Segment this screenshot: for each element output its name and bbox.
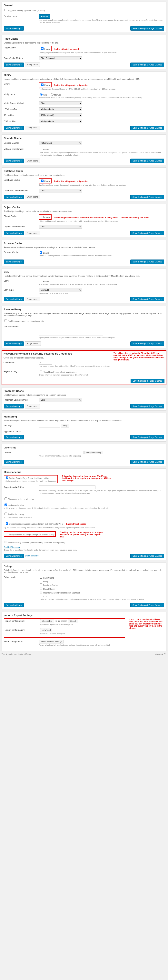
save-purge-button[interactable]: Save Settings & Purge Caches [130, 341, 164, 346]
debug-database[interactable]: Database Cache [39, 584, 58, 586]
html-minifier[interactable]: Minify (default) [39, 107, 82, 111]
save-all-button[interactable]: Save all settings [4, 62, 24, 67]
cdn-section: CDN Host static files with your content … [2, 268, 166, 304]
empty-cache-button[interactable]: Empty cache [25, 159, 40, 163]
enable-pagespeed-widget[interactable]: Enable Google Page Speed dashboard widge… [5, 477, 49, 479]
save-all-button[interactable]: Save all settings [4, 341, 24, 346]
verify-license-button[interactable]: Verify license key [84, 450, 103, 454]
js-minifier[interactable]: JSMin (default) [39, 113, 82, 117]
show-rating-checkbox[interactable]: Show page rating in admin bar [4, 498, 35, 500]
reverse-proxy-enable[interactable]: Enable reverse proxy caching via varnish [4, 320, 43, 322]
cdn-enable[interactable]: Enable [39, 280, 49, 283]
choose-file-button[interactable]: Choose File [40, 619, 54, 623]
track-usage-checkbox[interactable]: Anonymously track usage to improve produ… [5, 533, 54, 536]
save-purge-button[interactable]: Save Settings & Purge Caches [130, 259, 164, 264]
save-purge-button[interactable]: Save Settings & Purge Caches [130, 404, 164, 409]
general-section: General Toggle all caching types on or o… [2, 2, 166, 33]
monitoring-section: Monitoring New Relic may not be installe… [2, 413, 166, 442]
object-cache-enable[interactable]: Enable [40, 216, 51, 219]
cdn-type-select[interactable]: MaxCDN [39, 288, 82, 292]
debug-cdn[interactable]: CDN [39, 595, 48, 598]
preview-label: Preview mode: [4, 14, 39, 17]
save-purge-button[interactable]: Save Settings & Purge Caches [130, 159, 164, 163]
empty-all-caches-link[interactable]: empty all caches [25, 555, 40, 557]
save-all-button[interactable]: Save all settings [4, 404, 24, 409]
database-cache-method[interactable]: Disk [39, 189, 82, 192]
import-export-section: Import / Export Settings Import configur… [2, 612, 166, 651]
save-all-button[interactable]: Save all settings [4, 460, 24, 464]
save-purge-button[interactable]: Save Settings & Purge Caches [130, 231, 164, 235]
api-key-input[interactable] [39, 424, 60, 428]
validate-timestamps[interactable]: Enable [39, 149, 49, 151]
save-purge-button[interactable]: Save Settings & Purge Caches [130, 195, 164, 199]
save-all-button[interactable]: Save all settings [4, 126, 24, 130]
footer-thanks: Thank you for running WordPress. [2, 653, 32, 655]
page-cache-method-select[interactable]: Disk: Enhanced [39, 56, 82, 60]
debug-minify[interactable]: Minify [39, 581, 48, 583]
save-purge-button[interactable]: Save Settings & Purge Caches [130, 460, 164, 464]
licensing-section: Licensing License: Verify license key Pl… [2, 444, 166, 466]
save-all-button[interactable]: Save all settings [4, 195, 24, 199]
save-all-button[interactable]: Save all settings [4, 554, 24, 558]
save-purge-button[interactable]: Save Settings & Purge Caches [130, 126, 164, 130]
debug-fragment[interactable]: Fragment Cache (Available after upgrade) [39, 592, 80, 594]
verify-rewrite-checkbox[interactable]: Verify rewrite rules [4, 504, 24, 506]
save-all-button[interactable]: Save all settings [4, 435, 24, 439]
minify-enable[interactable]: Enable [40, 84, 51, 86]
save-all-button[interactable]: Save all settings [4, 297, 24, 301]
purge-varnish-button[interactable]: Purge Varnish [25, 341, 41, 346]
license-input[interactable] [39, 450, 84, 454]
page-cache-section: Page Cache Enable page caching to decrea… [2, 35, 166, 69]
empty-cache-button[interactable]: Empty cache [25, 62, 40, 67]
save-purge-button[interactable]: Save Settings & Purge Caches [130, 435, 164, 439]
enable-edge-link[interactable]: Enable Edge mode [4, 546, 21, 549]
minify-section: Minify Reduce load time by decreasing th… [2, 72, 166, 132]
misc-section: Miscellaneous Enable Google Page Speed d… [2, 468, 166, 560]
empty-cache-button[interactable]: Empty cache [25, 231, 40, 235]
opcode-section: Opcode Cache Opcode Cache:Not Available … [2, 134, 166, 165]
browser-cache-enable[interactable]: Enable [39, 252, 49, 254]
empty-cache-button[interactable]: Empty cache [25, 195, 40, 199]
verify-button[interactable]: Verify [61, 424, 69, 428]
toggle-all-checkbox[interactable]: Toggle all caching types on or off (at o… [4, 10, 45, 12]
css-minifier[interactable]: Minify (default) [39, 119, 82, 123]
download-button[interactable]: Download [40, 628, 52, 632]
save-purge-button[interactable]: Save Settings & Purge Caches [130, 26, 164, 30]
minify-mode-auto[interactable]: Auto [39, 94, 47, 96]
file-locking-checkbox[interactable]: Enable file locking [4, 513, 24, 515]
cache-time-input[interactable] [39, 361, 52, 364]
save-all-button[interactable]: Save all settings [4, 159, 24, 163]
object-cache-method[interactable]: Disk [39, 225, 82, 229]
save-all-button[interactable]: Save all settings [4, 26, 24, 30]
save-purge-button[interactable]: Save Settings & Purge Caches [130, 62, 164, 67]
fragment-cache-section: Fragment Cache Enable fragment caching r… [2, 387, 166, 410]
fragment-cache-method[interactable]: Disk [39, 398, 82, 402]
minify-mode-manual[interactable]: Manual [50, 94, 60, 96]
database-cache-enable[interactable]: Enable [40, 180, 51, 183]
opcode-select[interactable]: Not Available [39, 141, 82, 145]
debug-object[interactable]: Object Cache [39, 588, 55, 590]
debug-page-cache[interactable]: Page Cache [39, 577, 54, 579]
save-purge-button[interactable]: Save Settings & Purge Caches [130, 603, 164, 607]
save-purge-button[interactable]: Save Settings & Purge Caches [130, 554, 164, 558]
pagespeed-api-key-input[interactable] [39, 485, 95, 489]
empty-cache-button[interactable]: Empty cache [25, 126, 40, 130]
save-all-button[interactable]: Save all settings [4, 259, 24, 264]
save-all-button[interactable]: Save all settings [4, 603, 24, 607]
caching-stats-checkbox[interactable]: Enable caching statistics (on dashboard)… [4, 541, 65, 544]
restore-defaults-button[interactable]: Restore Default Settings [39, 640, 64, 643]
page-cache-enable[interactable]: Enable [40, 48, 51, 50]
debug-section: Debug Detailed information about each ca… [2, 563, 166, 609]
minify-cache-method[interactable]: Disk [39, 101, 82, 105]
preview-enable-button[interactable]: Enable [39, 14, 50, 19]
save-all-button[interactable]: Save all settings [4, 231, 24, 235]
varnish-servers-textarea[interactable] [39, 325, 103, 336]
flush-cloudflare-checkbox[interactable]: Flush CloudFlare on Post Modifications [39, 371, 77, 373]
empty-cache-button[interactable]: Empty cache [25, 297, 40, 301]
save-purge-button[interactable]: Save Settings & Purge Caches [130, 379, 165, 383]
save-purge-button[interactable]: Save Settings & Purge Caches [130, 297, 164, 301]
upload-button[interactable]: Upload [68, 619, 78, 623]
optimize-nfs-checkbox[interactable]: Optimize disk enhanced page and minify d… [5, 523, 63, 525]
empty-cache-button[interactable]: Empty cache [25, 404, 40, 409]
cloudflare-section: Network Performance & Security powered b… [2, 350, 166, 385]
